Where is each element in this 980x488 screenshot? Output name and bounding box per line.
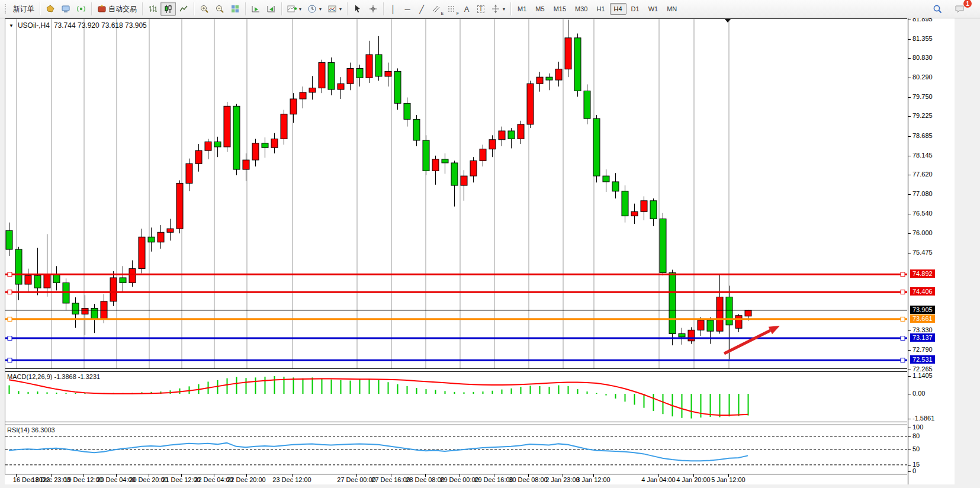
macd-canvas[interactable]: [5, 372, 907, 422]
price-tick-label: 80.290: [912, 73, 933, 81]
price-tick-label: 80: [912, 432, 920, 439]
price-tick-label: 76.000: [912, 229, 933, 236]
horizontal-line-button[interactable]: ─: [400, 2, 415, 16]
chart-shift-button[interactable]: [264, 2, 279, 16]
rsi-pane[interactable]: RSI(14) 36.3003: [5, 425, 907, 474]
timeframe-w1-button[interactable]: W1: [644, 3, 663, 15]
chart-shift-icon: [266, 4, 276, 14]
timeframe-h1-button[interactable]: H1: [592, 3, 609, 15]
timeframe-d1-button[interactable]: D1: [627, 3, 644, 15]
periods-button[interactable]: ▾: [304, 2, 324, 16]
trend-arrow-annotation: [724, 326, 780, 354]
candles-series: [6, 20, 751, 359]
price-tick-label: 79.750: [912, 93, 933, 100]
signals-button[interactable]: [73, 2, 89, 16]
vertical-line-button[interactable]: │: [386, 2, 400, 16]
time-axis[interactable]: 16 Dec 202218 Dec 23:0019 Dec 12:0020 De…: [5, 474, 907, 484]
price-axis[interactable]: 81.89581.35580.83080.29079.75079.22578.6…: [908, 18, 955, 484]
price-tick-label: 50: [912, 445, 920, 452]
price-tick-label: 76.540: [912, 210, 933, 217]
auto-scroll-button[interactable]: [248, 2, 264, 16]
add-indicator-icon: [287, 4, 297, 14]
chart-symbol-period: USOil-,H4: [18, 21, 50, 30]
zoom-out-button[interactable]: [212, 2, 227, 16]
fibo-letter: F: [457, 11, 459, 15]
chart-ohlc-values: 73.744 73.920 73.618 73.905: [54, 21, 147, 30]
rsi-canvas[interactable]: [5, 425, 907, 474]
main-chart-pane[interactable]: ▼ USOil-,H4 73.744 73.920 73.618 73.905: [5, 18, 907, 368]
chart-shift-marker[interactable]: [724, 18, 731, 23]
price-tick-label: 0: [912, 467, 916, 474]
shapes-button[interactable]: ▾: [488, 2, 508, 16]
trendline-button[interactable]: ╱: [415, 2, 429, 16]
macd-pane[interactable]: MACD(12,26,9) -1.3868 -1.3231: [5, 372, 907, 422]
auto-trading-icon: [97, 4, 107, 14]
dropdown-icon: ▾: [503, 7, 505, 12]
candlestick-chart-button[interactable]: [160, 2, 176, 16]
rsi-value: 36.3003: [31, 426, 55, 434]
time-tick-label: 5 Jan 12:00: [702, 476, 755, 483]
time-tick-label: 3 Jan 12:00: [567, 476, 620, 483]
text-button[interactable]: A: [460, 2, 474, 16]
timeframe-m1-button[interactable]: M1: [513, 3, 531, 15]
notifications-button[interactable]: 1: [952, 2, 968, 16]
deposit-button[interactable]: [43, 2, 58, 16]
main-chart-canvas[interactable]: [5, 19, 907, 368]
fibonacci-icon: [447, 4, 457, 14]
price-tick-label: 100: [912, 423, 923, 431]
crosshair-icon: [368, 4, 378, 14]
timeframe-m15-button[interactable]: M15: [550, 3, 570, 15]
bar-chart-button[interactable]: [145, 2, 160, 16]
tile-windows-button[interactable]: [227, 2, 243, 16]
price-line-label: 74.892: [910, 269, 935, 278]
dropdown-icon: ▾: [339, 7, 342, 12]
price-line-label: 73.661: [910, 314, 935, 323]
price-tick-label: 75.475: [912, 249, 933, 256]
time-tick-label: 23 Dec 12:00: [265, 476, 319, 483]
price-tick-label: 73.330: [912, 326, 933, 333]
price-tick-label: 80.830: [912, 54, 933, 61]
gold-coins-icon: [46, 4, 55, 14]
zoom-in-button[interactable]: [197, 2, 212, 16]
clock-icon: [307, 4, 317, 14]
text-label-button[interactable]: T: [474, 2, 488, 16]
price-tick-label: 72.265: [912, 365, 933, 373]
chart-menu-icon[interactable]: ▼: [9, 23, 14, 28]
line-chart-button[interactable]: [176, 2, 191, 16]
zoom-in-icon: [200, 4, 209, 14]
crosshair-button[interactable]: [365, 2, 381, 16]
text-icon: A: [464, 5, 470, 14]
timeframe-h4-button[interactable]: H4: [610, 3, 626, 15]
tile-windows-icon: [230, 4, 240, 14]
timeframe-m30-button[interactable]: M30: [571, 3, 592, 15]
new-order-label: 新订单: [13, 4, 34, 14]
price-tick-label: 81.355: [912, 35, 933, 42]
terminal-button[interactable]: [58, 2, 73, 16]
auto-trading-button[interactable]: 自动交易: [94, 2, 140, 16]
rsi-line: [9, 443, 748, 461]
timeframe-m5-button[interactable]: M5: [531, 3, 548, 15]
macd-histogram: [9, 376, 748, 419]
price-line-label: 74.406: [910, 287, 935, 296]
fibonacci-button[interactable]: F: [444, 2, 460, 16]
rsi-label: RSI(14) 36.3003: [7, 426, 55, 434]
candlestick-chart-icon: [163, 4, 173, 14]
auto-trading-label: 自动交易: [108, 4, 137, 14]
search-button[interactable]: [930, 2, 946, 16]
channel-icon: [432, 4, 441, 14]
timeframe-mn-button[interactable]: MN: [663, 3, 681, 15]
terminal-icon: [61, 4, 70, 14]
price-tick-label: 77.620: [912, 171, 933, 178]
shapes-arrows-icon: [491, 4, 500, 14]
price-tick-label: 78.145: [912, 152, 933, 159]
price-line-label: 72.531: [910, 355, 935, 364]
signal-icon: [76, 4, 86, 14]
price-line-label: 73.137: [910, 333, 935, 342]
equidistant-channel-button[interactable]: E: [429, 2, 444, 16]
search-icon: [933, 4, 943, 14]
horizontal-line-objects: [5, 272, 907, 362]
new-order-button[interactable]: 新订单: [10, 2, 37, 16]
indicators-button[interactable]: ▾: [284, 2, 304, 16]
cursor-button[interactable]: [350, 2, 365, 16]
templates-button[interactable]: ▾: [324, 2, 345, 16]
